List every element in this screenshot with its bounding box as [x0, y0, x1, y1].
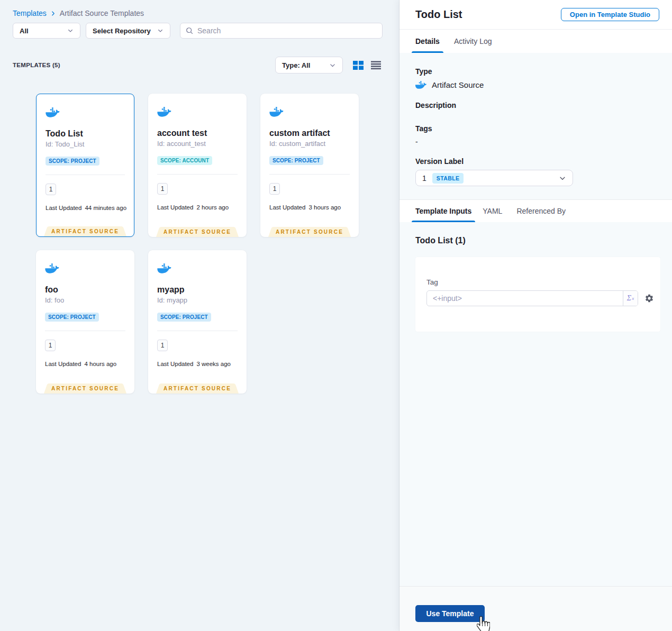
- scope-filter-dropdown[interactable]: All: [13, 23, 80, 39]
- chevron-down-icon: [157, 28, 164, 34]
- search-input[interactable]: [197, 26, 377, 35]
- tags-label: Tags: [415, 124, 656, 133]
- description-label: Description: [415, 101, 656, 109]
- docker-icon: [157, 263, 171, 276]
- type-value: Artifact Source: [432, 80, 484, 89]
- template-card-foo[interactable]: foo Id: foo SCOPE: PROJECT 1 Last Update…: [36, 250, 134, 394]
- version-count-box: 1: [269, 183, 280, 195]
- details-tabs: Details Activity Log: [399, 30, 672, 53]
- open-in-template-studio-button[interactable]: Open in Template Studio: [561, 8, 659, 21]
- tab-activity-log[interactable]: Activity Log: [450, 30, 496, 53]
- card-id: Id: myapp: [157, 296, 187, 304]
- expression-button[interactable]: Σx: [623, 291, 638, 306]
- breadcrumb-chevron-icon: [50, 11, 56, 16]
- version-select[interactable]: 1 STABLE: [415, 170, 573, 186]
- grid-view-icon[interactable]: [352, 60, 364, 71]
- card-type-ribbon: ARTIFACT SOURCE: [36, 383, 134, 394]
- card-id: Id: account_test: [157, 140, 206, 148]
- template-card-myapp[interactable]: myapp Id: myapp SCOPE: PROJECT 1 Last Up…: [148, 250, 247, 394]
- type-label: Type: [415, 67, 656, 76]
- drawer-title: Todo List: [415, 8, 462, 21]
- templates-toolbar: TEMPLATES (5) Type: All: [13, 57, 382, 74]
- template-cards-grid: Todo List Id: Todo_List SCOPE: PROJECT 1…: [36, 94, 359, 394]
- drawer-footer: Use Template: [399, 586, 672, 631]
- last-updated: Last Updated 44 minutes ago: [46, 205, 126, 211]
- inputs-heading: Todo List (1): [415, 236, 660, 245]
- tag-label: Tag: [426, 278, 654, 286]
- tag-input[interactable]: <+input> Σx: [426, 290, 638, 306]
- repository-filter-value: Select Repository: [93, 27, 151, 35]
- templates-count-label: TEMPLATES (5): [13, 62, 60, 68]
- scope-badge: SCOPE: ACCOUNT: [157, 156, 212, 165]
- scope-badge: SCOPE: PROJECT: [269, 156, 323, 165]
- version-label: Version Label: [415, 157, 656, 166]
- filters-row: All Select Repository: [13, 23, 383, 39]
- template-card-custom-artifact[interactable]: custom artifact Id: custom_artifact SCOP…: [260, 94, 359, 237]
- search-icon: [186, 27, 193, 34]
- list-view-icon[interactable]: [370, 60, 382, 71]
- tags-value: -: [415, 138, 656, 146]
- tab-referenced-by[interactable]: Referenced By: [513, 200, 569, 222]
- type-filter-dropdown[interactable]: Type: All: [275, 57, 343, 74]
- tab-yaml[interactable]: YAML: [479, 200, 506, 222]
- version-count-box: 1: [157, 340, 168, 351]
- card-type-ribbon: ARTIFACT SOURCE: [37, 226, 134, 236]
- details-section: Type Artifact Source Description Tags - …: [399, 53, 672, 199]
- version-count-box: 1: [157, 183, 168, 195]
- docker-icon: [269, 106, 284, 120]
- inputs-tabs: Template Inputs YAML Referenced By: [399, 199, 672, 222]
- scope-badge: SCOPE: PROJECT: [157, 313, 211, 322]
- last-updated: Last Updated 4 hours ago: [45, 361, 116, 367]
- template-inputs-section: Todo List (1) Tag <+input> Σx: [399, 222, 672, 586]
- card-type-ribbon: ARTIFACT SOURCE: [148, 383, 247, 394]
- stable-badge: STABLE: [432, 173, 464, 184]
- card-title: foo: [45, 285, 58, 295]
- card-type-ribbon: ARTIFACT SOURCE: [148, 227, 247, 237]
- chevron-down-icon: [329, 62, 336, 69]
- chevron-down-icon: [559, 175, 566, 182]
- docker-icon: [157, 106, 171, 120]
- card-id: Id: Todo_List: [46, 140, 84, 148]
- card-divider: [157, 331, 238, 331]
- card-divider: [46, 175, 125, 175]
- drawer-header: Todo List Open in Template Studio: [399, 0, 672, 30]
- version-value: 1: [422, 174, 426, 182]
- template-card-account-test[interactable]: account test Id: account_test SCOPE: ACC…: [148, 94, 247, 237]
- card-divider: [157, 174, 238, 175]
- template-card-todo-list[interactable]: Todo List Id: Todo_List SCOPE: PROJECT 1…: [36, 94, 134, 237]
- inputs-card: Tag <+input> Σx: [415, 257, 660, 332]
- use-template-button[interactable]: Use Template: [415, 605, 485, 622]
- templates-page: Templates Artifact Source Templates All …: [0, 0, 399, 631]
- search-box: [180, 23, 383, 39]
- version-count-box: 1: [45, 340, 56, 351]
- chevron-down-icon: [67, 28, 74, 34]
- breadcrumb-templates-link[interactable]: Templates: [13, 9, 47, 17]
- docker-icon: [46, 107, 60, 120]
- card-divider: [45, 331, 125, 331]
- tag-input-value: <+input>: [427, 291, 623, 306]
- last-updated: Last Updated 3 hours ago: [269, 204, 341, 211]
- breadcrumb: Templates Artifact Source Templates: [13, 9, 144, 17]
- card-divider: [269, 174, 350, 175]
- tab-details[interactable]: Details: [412, 30, 443, 53]
- breadcrumb-current: Artifact Source Templates: [60, 9, 144, 17]
- card-title: Todo List: [46, 129, 83, 139]
- template-details-drawer: Todo List Open in Template Studio Detail…: [399, 0, 672, 631]
- card-id: Id: foo: [45, 296, 64, 304]
- type-filter-value: Type: All: [282, 61, 310, 69]
- repository-filter-dropdown[interactable]: Select Repository: [86, 23, 170, 39]
- last-updated: Last Updated 2 hours ago: [157, 204, 229, 211]
- card-id: Id: custom_artifact: [269, 140, 325, 148]
- docker-icon: [45, 263, 59, 276]
- tab-template-inputs[interactable]: Template Inputs: [412, 200, 475, 222]
- card-title: account test: [157, 129, 207, 138]
- scope-filter-value: All: [20, 27, 29, 35]
- gear-icon[interactable]: [644, 294, 654, 303]
- card-title: custom artifact: [269, 129, 330, 138]
- scope-badge: SCOPE: PROJECT: [46, 157, 99, 166]
- last-updated: Last Updated 3 weeks ago: [157, 361, 231, 367]
- version-count-box: 1: [46, 184, 56, 195]
- card-type-ribbon: ARTIFACT SOURCE: [260, 227, 359, 237]
- card-title: myapp: [157, 285, 185, 295]
- docker-icon: [415, 80, 426, 89]
